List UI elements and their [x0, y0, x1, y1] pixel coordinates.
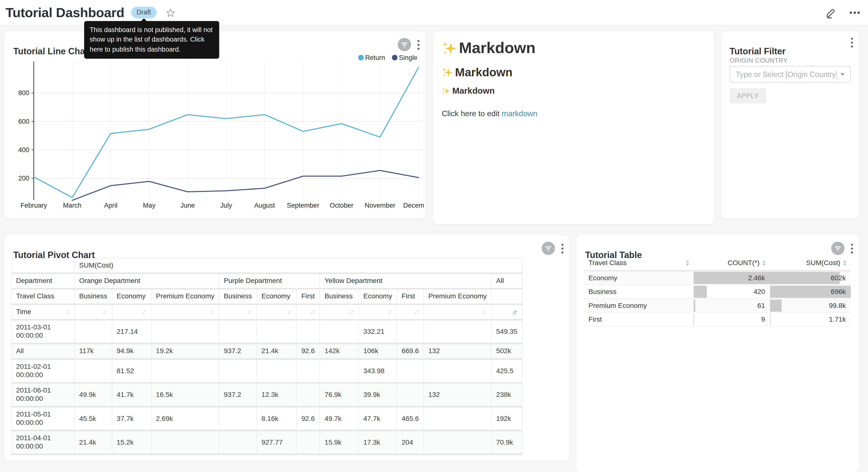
svg-text:June: June — [181, 202, 195, 209]
count-cell: 9 — [694, 313, 770, 326]
pivot-value-cell — [297, 320, 320, 343]
panel-kebab-icon[interactable] — [561, 243, 564, 254]
column-header-travel-class[interactable]: Travel Class — [584, 256, 694, 271]
sort-icon[interactable]: ↓↑ — [287, 308, 292, 316]
pivot-table: SUM(Cost)DepartmentOrange DepartmentPurp… — [11, 258, 522, 455]
pivot-value-cell: 937.2 — [219, 344, 257, 359]
select-placeholder: Type or Select [Origin Country] — [736, 70, 837, 78]
pivot-data-row: 2011-02-0100:00:0081.52343.98425.5 — [11, 359, 522, 383]
sort-icon[interactable]: ↓↑ — [102, 308, 107, 316]
panel-kebab-icon[interactable] — [851, 38, 853, 48]
pivot-value-cell: 15.2k — [112, 431, 151, 454]
pivot-value-cell: 502k — [492, 344, 522, 359]
pivot-row-time: 2011-04-0100:00:00 — [11, 431, 74, 454]
pivot-time-header: ↓↑Time — [11, 304, 74, 320]
pivot-travel-class-col: First — [397, 289, 424, 304]
sort-icon[interactable]: ↓↑ — [210, 308, 214, 316]
column-header-count-[interactable]: COUNT(*) — [694, 256, 770, 271]
sort-icon[interactable]: ↓↑ — [482, 308, 487, 316]
sort-icon[interactable]: ↓↑ — [310, 308, 315, 316]
legend-dot — [392, 55, 397, 60]
pivot-value-cell — [219, 359, 257, 383]
pivot-sort-cell: ↓↑ — [219, 304, 257, 320]
legend-item-return[interactable]: Return — [358, 54, 385, 62]
markdown-heading-1: Markdown — [442, 39, 705, 57]
pivot-value-cell: 21.4k — [257, 344, 297, 359]
pivot-value-cell: 49.9k — [74, 383, 112, 407]
origin-country-select[interactable]: Type or Select [Origin Country] — [730, 66, 851, 82]
pivot-department-group: Yellow Department — [320, 273, 492, 289]
svg-text:200: 200 — [18, 174, 29, 182]
pivot-chart-panel: Tutorial Pivot Chart SUM(Cost)Department… — [4, 235, 569, 461]
line-chart-svg: 200400600800FebruaryMarchAprilMayJuneJul… — [4, 61, 424, 211]
markdown-heading-2: Markdown — [442, 66, 705, 79]
pivot-value-cell: 8.16k — [257, 407, 297, 431]
pivot-value-cell — [74, 320, 112, 343]
pivot-row-time: All — [11, 344, 74, 359]
travel-class-cell: First — [584, 313, 694, 326]
sort-caret-icon — [763, 260, 766, 266]
cell-value: 1.71k — [829, 313, 846, 326]
apply-button[interactable]: APPLY — [730, 88, 766, 104]
pivot-value-cell: 94.9k — [112, 344, 151, 359]
sort-icon[interactable]: ↓↑ — [414, 308, 419, 316]
pivot-value-cell: 132 — [424, 344, 492, 359]
svg-text:August: August — [254, 202, 275, 209]
pivot-time-label: Time — [16, 308, 31, 316]
edit-pencil-icon[interactable] — [825, 6, 837, 19]
sort-icon[interactable]: ↓↑ — [142, 308, 147, 316]
value-bar — [770, 313, 770, 325]
favorite-star-icon[interactable] — [165, 7, 175, 18]
pivot-value-cell: 332.21 — [359, 320, 397, 343]
sparkles-icon — [442, 87, 450, 95]
sort-icon[interactable]: ↓↑ — [387, 308, 392, 316]
pivot-value-cell — [424, 359, 492, 383]
sort-icon[interactable]: ↓↑ — [247, 308, 252, 316]
pivot-value-cell: 425.5 — [492, 359, 522, 383]
column-header-sum-cost-[interactable]: SUM(Cost) — [770, 256, 851, 271]
filter-badge-icon[interactable] — [831, 241, 845, 255]
legend-item-single[interactable]: Single — [392, 54, 417, 62]
svg-text:July: July — [220, 202, 232, 209]
draft-badge[interactable]: Draft — [131, 7, 156, 18]
more-menu-icon[interactable] — [849, 11, 860, 14]
cell-value: 420 — [753, 285, 765, 298]
data-table-container: Travel ClassCOUNT(*)SUM(Cost)Economy2.46… — [584, 256, 851, 327]
panel-kebab-icon[interactable] — [851, 243, 853, 254]
pivot-sort-cell: ↓↑ — [320, 304, 359, 320]
filter-badge-icon[interactable] — [398, 38, 411, 52]
pivot-row-time: 2011-03-0100:00:00 — [11, 320, 74, 343]
pivot-sort-cell: ↓↑ — [112, 304, 151, 320]
markdown-h1-text: Markdown — [459, 39, 535, 57]
table-row: Premium Economy6199.8k — [584, 299, 851, 313]
sort-icon[interactable]: ↓↑ — [65, 308, 70, 316]
pivot-value-cell — [297, 359, 320, 383]
pivot-sort-cell: ↓↑ — [424, 304, 492, 320]
edit-markdown-link[interactable]: markdown — [502, 109, 537, 118]
pivot-table-container: SUM(Cost)DepartmentOrange DepartmentPurp… — [11, 258, 522, 455]
markdown-h2-text: Markdown — [455, 66, 513, 79]
column-header-label: COUNT(*) — [727, 259, 760, 267]
line-chart-panel: Tutorial Line Chart ReturnSingle 2004006… — [4, 32, 425, 218]
svg-text:November: November — [365, 202, 395, 209]
panel-kebab-icon[interactable] — [417, 40, 420, 50]
pivot-travel-class-col — [492, 289, 522, 304]
pivot-data-row: 2011-06-0100:00:0049.9k41.7k16.5k937.212… — [11, 383, 522, 407]
pivot-value-cell: 217.14 — [112, 320, 151, 343]
sum-cell: 99.8k — [770, 299, 851, 313]
count-cell: 2.46k — [694, 271, 770, 285]
sum-cell: 602k — [770, 271, 851, 285]
pivot-value-cell: 669.6 — [397, 344, 424, 359]
sort-icon[interactable]: ↓↑ — [349, 308, 354, 316]
cell-value: 2.46k — [748, 271, 765, 285]
pivot-value-cell: 45.5k — [74, 407, 112, 431]
sort-icon-active[interactable]: ↓↑ — [512, 308, 517, 316]
svg-text:September: September — [287, 202, 319, 209]
unpublished-tooltip: This dashboard is not published, it will… — [84, 21, 219, 59]
pivot-value-cell: 549.35 — [492, 320, 522, 343]
markdown-paragraph: Click here to edit markdown — [442, 109, 705, 118]
pivot-data-row: All117k94.9k19.2k937.221.4k92.6142k106k6… — [11, 344, 522, 359]
filter-badge-icon[interactable] — [541, 241, 555, 255]
pivot-travel-class-row: Travel ClassBusinessEconomyPremium Econo… — [11, 289, 522, 304]
pivot-travel-class-col: Business — [74, 289, 112, 304]
